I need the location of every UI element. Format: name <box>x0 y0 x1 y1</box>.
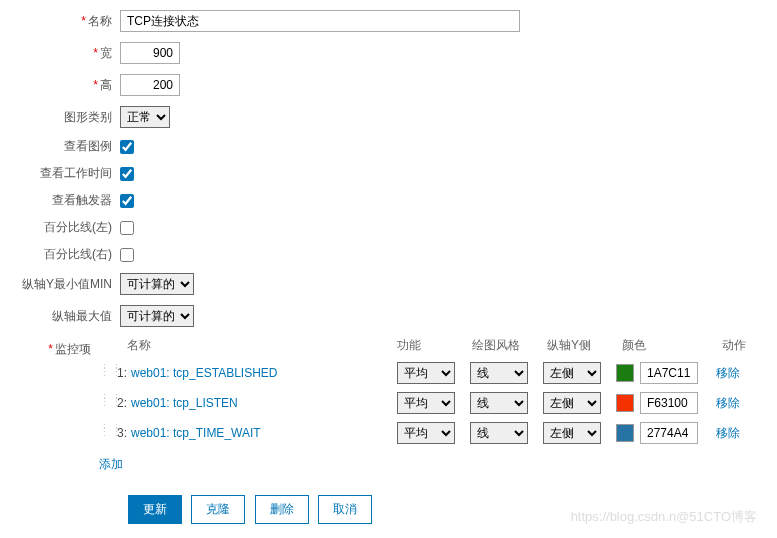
drag-handle-icon[interactable]: ⋮⋮⋮⋮ <box>99 396 109 410</box>
header-color: 颜色 <box>622 337 722 354</box>
item-func-select[interactable]: 平均 <box>397 392 455 414</box>
item-func-select[interactable]: 平均 <box>397 362 455 384</box>
label-graph-type: 图形类别 <box>64 110 112 124</box>
label-show-worktime: 查看工作时间 <box>40 166 112 180</box>
item-row: ⋮⋮⋮⋮ 3: web01: tcp_TIME_WAIT 平均 线 左侧 移除 <box>99 422 762 444</box>
label-width: 宽 <box>100 46 112 60</box>
show-triggers-checkbox[interactable] <box>120 194 134 208</box>
remove-link[interactable]: 移除 <box>716 365 740 382</box>
item-row: ⋮⋮⋮⋮ 1: web01: tcp_ESTABLISHED 平均 线 左侧 移… <box>99 362 762 384</box>
height-input[interactable] <box>120 74 180 96</box>
label-ymin: 纵轴Y最小值MIN <box>22 277 112 291</box>
color-input[interactable] <box>640 422 698 444</box>
remove-link[interactable]: 移除 <box>716 395 740 412</box>
item-name-link[interactable]: web01: tcp_ESTABLISHED <box>131 366 397 380</box>
label-percent-right: 百分比线(右) <box>44 247 112 261</box>
color-input[interactable] <box>640 392 698 414</box>
color-swatch[interactable] <box>616 424 634 442</box>
ymin-select[interactable]: 可计算的 <box>120 273 194 295</box>
item-style-select[interactable]: 线 <box>470 392 528 414</box>
item-style-select[interactable]: 线 <box>470 362 528 384</box>
label-name: 名称 <box>88 14 112 28</box>
item-index: 2: <box>113 396 127 410</box>
label-show-legend: 查看图例 <box>64 139 112 153</box>
ymax-select[interactable]: 可计算的 <box>120 305 194 327</box>
label-monitor-items: 监控项 <box>55 342 91 356</box>
cancel-button[interactable]: 取消 <box>318 495 372 524</box>
width-input[interactable] <box>120 42 180 64</box>
clone-button[interactable]: 克隆 <box>191 495 245 524</box>
item-index: 3: <box>113 426 127 440</box>
drag-handle-icon[interactable]: ⋮⋮⋮⋮ <box>99 426 109 440</box>
item-style-select[interactable]: 线 <box>470 422 528 444</box>
header-style: 绘图风格 <box>472 337 547 354</box>
header-name: 名称 <box>127 337 397 354</box>
color-swatch[interactable] <box>616 364 634 382</box>
item-func-select[interactable]: 平均 <box>397 422 455 444</box>
show-worktime-checkbox[interactable] <box>120 167 134 181</box>
header-func: 功能 <box>397 337 472 354</box>
header-yside: 纵轴Y侧 <box>547 337 622 354</box>
drag-handle-icon[interactable]: ⋮⋮⋮⋮ <box>99 366 109 380</box>
remove-link[interactable]: 移除 <box>716 425 740 442</box>
item-index: 1: <box>113 366 127 380</box>
header-action: 动作 <box>722 337 762 354</box>
color-swatch[interactable] <box>616 394 634 412</box>
graph-type-select[interactable]: 正常 <box>120 106 170 128</box>
color-input[interactable] <box>640 362 698 384</box>
label-height: 高 <box>100 78 112 92</box>
label-ymax: 纵轴最大值 <box>52 309 112 323</box>
name-input[interactable] <box>120 10 520 32</box>
update-button[interactable]: 更新 <box>128 495 182 524</box>
items-header: 名称 功能 绘图风格 纵轴Y侧 颜色 动作 <box>99 337 762 354</box>
item-name-link[interactable]: web01: tcp_TIME_WAIT <box>131 426 397 440</box>
item-yside-select[interactable]: 左侧 <box>543 362 601 384</box>
label-show-triggers: 查看触发器 <box>52 193 112 207</box>
percent-right-checkbox[interactable] <box>120 248 134 262</box>
label-percent-left: 百分比线(左) <box>44 220 112 234</box>
item-yside-select[interactable]: 左侧 <box>543 392 601 414</box>
item-yside-select[interactable]: 左侧 <box>543 422 601 444</box>
item-row: ⋮⋮⋮⋮ 2: web01: tcp_LISTEN 平均 线 左侧 移除 <box>99 392 762 414</box>
delete-button[interactable]: 删除 <box>255 495 309 524</box>
show-legend-checkbox[interactable] <box>120 140 134 154</box>
percent-left-checkbox[interactable] <box>120 221 134 235</box>
item-name-link[interactable]: web01: tcp_LISTEN <box>131 396 397 410</box>
add-link[interactable]: 添加 <box>99 456 123 473</box>
